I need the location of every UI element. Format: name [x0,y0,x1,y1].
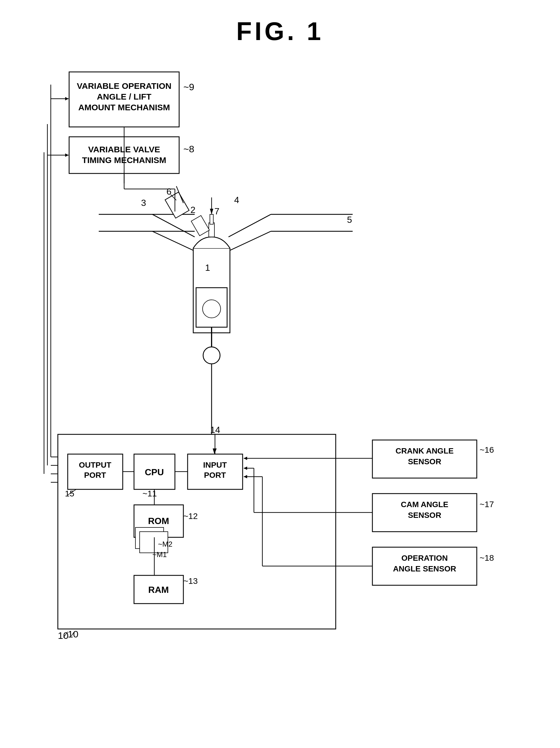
svg-text:5: 5 [347,215,352,225]
svg-text:~13: ~13 [183,576,198,586]
svg-text:OPERATION: OPERATION [401,554,448,562]
svg-text:~9: ~9 [183,81,194,92]
svg-marker-91 [65,154,69,157]
svg-text:SENSOR: SENSOR [408,511,441,519]
svg-line-11 [229,214,271,237]
svg-text:2: 2 [190,205,195,215]
svg-marker-99 [210,209,213,214]
svg-text:10: 10 [58,630,69,641]
svg-rect-22 [209,223,214,237]
svg-marker-89 [65,97,69,100]
page-title: FIG. 1 [0,0,560,46]
svg-text:~16: ~16 [480,445,494,454]
svg-text:~18: ~18 [480,553,494,562]
svg-text:6: 6 [166,186,171,196]
svg-text:~11: ~11 [142,489,157,498]
svg-text:PORT: PORT [84,471,106,480]
svg-text:14: 14 [210,425,220,435]
svg-line-12 [229,231,271,251]
svg-text:~M2: ~M2 [158,540,172,548]
svg-text:CAM ANGLE: CAM ANGLE [401,500,448,509]
svg-text:RAM: RAM [148,585,169,595]
svg-point-19 [203,300,220,318]
svg-text:OUTPUT: OUTPUT [79,461,111,469]
svg-text:1: 1 [205,263,210,273]
svg-text:VARIABLE OPERATION: VARIABLE OPERATION [77,81,171,91]
svg-text:CRANK ANGLE: CRANK ANGLE [396,446,453,455]
svg-point-21 [203,347,220,364]
svg-text:AMOUNT MECHANISM: AMOUNT MECHANISM [78,103,170,112]
svg-line-10 [152,231,195,251]
svg-text:ANGLE / LIFT: ANGLE / LIFT [97,92,151,101]
svg-text:3: 3 [141,198,146,208]
svg-text:4: 4 [234,195,239,205]
svg-text:SENSOR: SENSOR [408,457,441,466]
svg-rect-23 [210,214,213,224]
svg-text:~8: ~8 [183,144,194,154]
svg-text:~17: ~17 [480,499,494,509]
svg-text:ROM: ROM [148,516,169,526]
svg-text:10: 10 [68,629,78,639]
svg-text:ANGLE SENSOR: ANGLE SENSOR [393,564,456,573]
svg-line-9 [152,214,195,237]
svg-text:CPU: CPU [145,467,164,477]
svg-rect-24 [191,215,210,236]
svg-text:INPUT: INPUT [203,461,227,469]
svg-text:7: 7 [214,206,219,216]
svg-text:~12: ~12 [183,511,198,521]
svg-text:PORT: PORT [204,471,226,480]
